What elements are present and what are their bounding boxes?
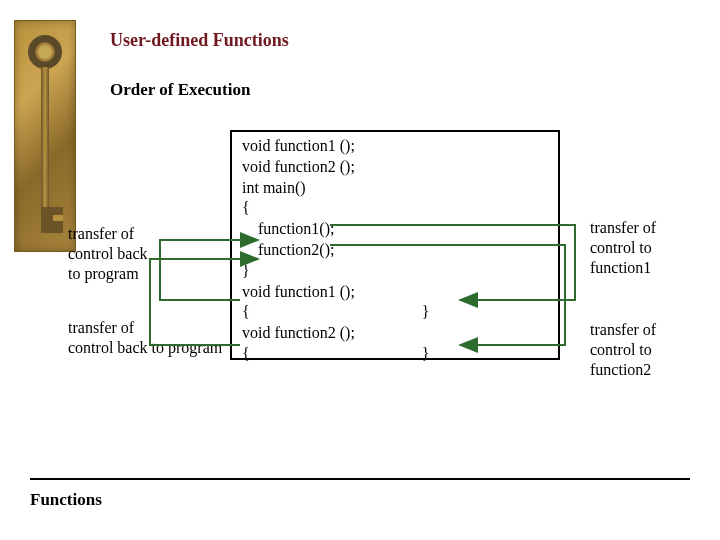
label-transfer-to-2: transfer of control to function2 (590, 320, 656, 380)
footer-title: Functions (30, 490, 102, 510)
key-bit-shape (41, 207, 63, 233)
key-background-image (14, 20, 76, 252)
key-shaft-shape (41, 67, 49, 217)
page-title: User-defined Functions (110, 30, 289, 51)
key-bow-shape (28, 35, 62, 69)
label-transfer-back-2: transfer of control back to program (68, 318, 222, 358)
section-heading: Order of Execution (110, 80, 250, 100)
code-listing: void function1 (); void function2 (); in… (230, 130, 560, 360)
footer-divider (30, 478, 690, 480)
label-transfer-back-1: transfer of control back to program (68, 224, 148, 284)
label-transfer-to-1: transfer of control to function1 (590, 218, 656, 278)
